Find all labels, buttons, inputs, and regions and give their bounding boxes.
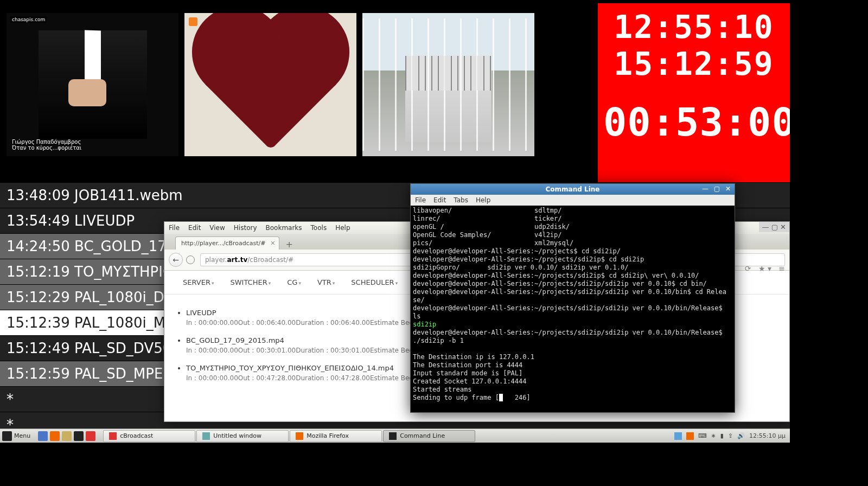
window-title: Command Line bbox=[546, 186, 600, 193]
taskbar-task[interactable]: Mozilla Firefox bbox=[290, 430, 382, 442]
toolbar-dropdown[interactable]: CG bbox=[287, 278, 301, 286]
task-label: Command Line bbox=[400, 432, 445, 439]
menu-item[interactable]: Help bbox=[476, 196, 490, 204]
taskbar-task[interactable]: cBroadcast bbox=[103, 430, 195, 442]
clock-panel: 12:55:10 15:12:59 00:53:00 bbox=[598, 3, 790, 182]
system-tray[interactable]: ⌨ ∗ ▮ ⇪ 🔊 12:55:10 μμ bbox=[670, 432, 790, 440]
firefox-icon[interactable] bbox=[50, 431, 60, 441]
tray-icon[interactable] bbox=[686, 432, 694, 440]
toolbar-dropdown[interactable]: SWITCHER bbox=[230, 278, 271, 286]
terminal-menubar[interactable]: FileEditTabsHelp bbox=[411, 195, 735, 206]
preview-2 bbox=[184, 13, 356, 156]
task-icon bbox=[109, 432, 117, 440]
menu-item[interactable]: File bbox=[169, 224, 180, 232]
start-menu-button[interactable]: Menu bbox=[0, 431, 35, 441]
menu-item[interactable]: File bbox=[415, 196, 426, 204]
terminal-output[interactable]: libavopen/ sdltmp/ linrec/ ticker/ openG… bbox=[411, 206, 735, 412]
terminal-window[interactable]: Command Line — ▢ ✕ FileEditTabsHelp liba… bbox=[410, 183, 735, 413]
close-icon[interactable]: ✕ bbox=[270, 240, 275, 247]
menu-item[interactable]: Edit bbox=[433, 196, 446, 204]
menu-item[interactable]: History bbox=[234, 224, 257, 232]
keyboard-icon[interactable]: ⌨ bbox=[698, 432, 707, 439]
new-tab-button[interactable]: + bbox=[283, 239, 296, 250]
launcher-icon[interactable] bbox=[38, 431, 48, 441]
monitor-wall: — ▢ ✕ chasapis.com Γιώργος Παπαδόγαμβρος… bbox=[0, 0, 790, 183]
window-controls-icon[interactable]: — ▢ ✕ bbox=[759, 222, 789, 232]
menu-item[interactable]: Tools bbox=[311, 224, 327, 232]
lower-third: Γιώργος Παπαδόγαμβρος Όταν το κύρος...φο… bbox=[12, 139, 173, 151]
lower-third-line2: Όταν το κύρος...φοριέται bbox=[12, 145, 173, 151]
battery-icon[interactable]: ▮ bbox=[720, 432, 724, 439]
clock-countdown: 00:53:00 bbox=[603, 98, 784, 146]
toolbar-dropdown[interactable]: SCHEDULER bbox=[351, 278, 398, 286]
taskbar-clock[interactable]: 12:55:10 μμ bbox=[749, 432, 786, 439]
task-label: Mozilla Firefox bbox=[307, 432, 349, 439]
toolbar-dropdown[interactable]: VTR bbox=[317, 278, 335, 286]
browser-tab[interactable]: http://player.../cBroadcast/# ✕ bbox=[175, 236, 279, 250]
task-icon bbox=[389, 432, 397, 440]
workspace-icon[interactable] bbox=[674, 432, 682, 440]
files-icon[interactable] bbox=[62, 431, 72, 441]
preview-1: chasapis.com Γιώργος Παπαδόγαμβρος Όταν … bbox=[7, 13, 178, 156]
task-label: cBroadcast bbox=[120, 432, 153, 439]
menu-item[interactable]: Help bbox=[335, 224, 350, 232]
channel-bug-icon bbox=[189, 17, 197, 26]
preview-3 bbox=[362, 13, 534, 156]
quick-launch[interactable] bbox=[35, 431, 99, 441]
menu-item[interactable]: Tabs bbox=[454, 196, 468, 204]
terminal-icon[interactable] bbox=[74, 431, 84, 441]
browser-extension-icons[interactable]: ⟳ ★ ▾ ≡ bbox=[745, 264, 785, 273]
url-text: player.art.tv/cBroadcast/# bbox=[205, 256, 293, 264]
volume-icon[interactable]: 🔊 bbox=[737, 432, 745, 439]
menu-item[interactable]: Edit bbox=[188, 224, 201, 232]
tab-label: http://player.../cBroadcast/# bbox=[181, 240, 266, 247]
bluetooth-icon[interactable]: ∗ bbox=[711, 432, 716, 439]
globe-icon bbox=[186, 255, 195, 264]
clock-current-time: 12:55:10 bbox=[603, 9, 784, 46]
taskbar[interactable]: Menu cBroadcastUntitled windowMozilla Fi… bbox=[0, 429, 790, 443]
menu-item[interactable]: View bbox=[209, 224, 225, 232]
lower-third-line1: Γιώργος Παπαδόγαμβρος bbox=[12, 139, 173, 145]
menu-icon bbox=[2, 431, 12, 441]
channel-bug: chasapis.com bbox=[10, 16, 47, 23]
clock-next-event: 15:12:59 bbox=[603, 46, 784, 82]
back-button[interactable]: ← bbox=[169, 253, 183, 267]
task-icon bbox=[296, 432, 303, 440]
app-icon[interactable] bbox=[86, 431, 95, 441]
window-controls-icon[interactable]: — ▢ ✕ bbox=[702, 185, 732, 193]
taskbar-tasks[interactable]: cBroadcastUntitled windowMozilla Firefox… bbox=[103, 430, 670, 442]
task-label: Untitled window bbox=[213, 432, 261, 439]
menu-label: Menu bbox=[14, 432, 30, 439]
terminal-titlebar[interactable]: Command Line — ▢ ✕ bbox=[411, 184, 735, 195]
taskbar-task[interactable]: Untitled window bbox=[196, 430, 289, 442]
task-icon bbox=[202, 432, 210, 440]
menu-item[interactable]: Bookmarks bbox=[266, 224, 302, 232]
toolbar-dropdown[interactable]: SERVER bbox=[183, 278, 214, 286]
taskbar-task[interactable]: Command Line bbox=[383, 430, 475, 442]
usb-icon[interactable]: ⇪ bbox=[728, 432, 733, 439]
